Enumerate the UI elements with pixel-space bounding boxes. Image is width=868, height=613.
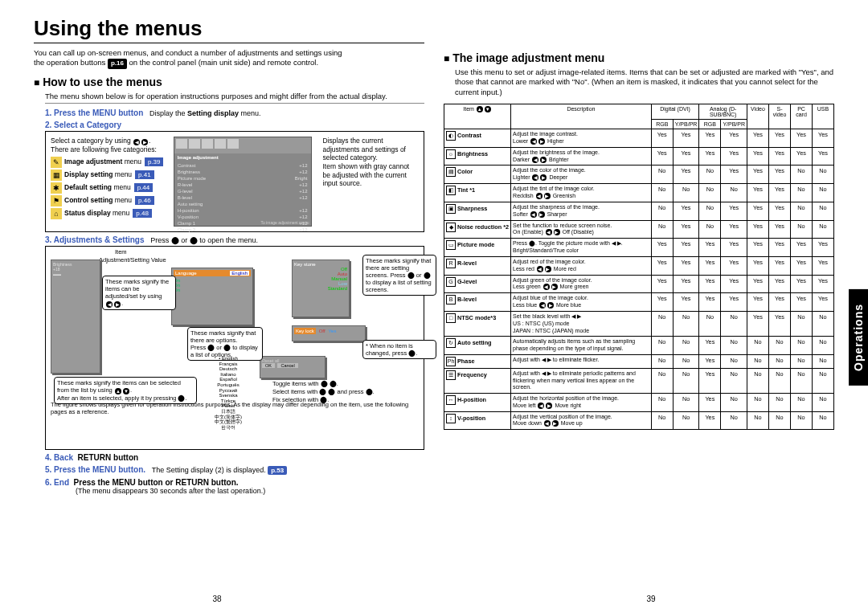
th-digital: Digital (DVI) bbox=[651, 104, 699, 120]
callout-setting: These marks signify that there are setti… bbox=[362, 255, 436, 296]
table-row: PhPhase Adjust with ◀ ▶ to eliminate fli… bbox=[444, 354, 834, 368]
category-item: ⚑Control setting menup.46 bbox=[51, 195, 167, 206]
item-icon: ↻ bbox=[446, 338, 456, 348]
toggle-instructions: Toggle items with ⬤ ⬤. Select items with… bbox=[272, 380, 375, 403]
panel-reset: Reset all OK Cancel bbox=[260, 356, 326, 378]
item-icon: G bbox=[446, 277, 456, 287]
cat-icon: ✱ bbox=[51, 182, 62, 194]
pageref-p16: p.16 bbox=[108, 59, 127, 68]
item-icon: ◧ bbox=[446, 186, 456, 195]
th-item: Item ▲▼ bbox=[444, 104, 511, 129]
th-analog: Analog (D-SUB/BNC) bbox=[699, 104, 747, 120]
table-row: ▭Picture mode Press ⬤. Toggle the pictur… bbox=[444, 239, 834, 257]
pageref: p.46 bbox=[135, 196, 154, 205]
category-item: ⌂Status display menup.48 bbox=[51, 208, 167, 219]
table-row: ☰Frequency Adjust with ◀ ▶ to eliminate … bbox=[444, 368, 834, 393]
th-desc: Description bbox=[511, 104, 652, 129]
lr-arrow-icons: ◀▶ bbox=[133, 137, 149, 145]
panel-left: Brightness+18▬▬ bbox=[51, 260, 100, 374]
item-icon: Ph bbox=[446, 357, 456, 366]
cat-intro2: There are following five categories: bbox=[51, 145, 157, 153]
table-row: ↔H-position Adjust the horizontal positi… bbox=[444, 394, 834, 412]
table-row: GG-level Adjust green of the image color… bbox=[444, 275, 834, 293]
category-item: ✎Image adjustment menup.39 bbox=[51, 157, 167, 168]
th-pccard: PC card bbox=[791, 104, 813, 129]
table-row: ↕V-position Adjust the vertical position… bbox=[444, 411, 834, 430]
cat-intro-text: Select a category by using bbox=[51, 137, 133, 145]
image-adj-heading: ■The image adjustment menu bbox=[444, 51, 834, 64]
table-row: ◐Contrast Adjust the image contrast.Lowe… bbox=[444, 129, 834, 148]
th-video: Video bbox=[747, 104, 769, 129]
step-4: 4. Back RETURN button bbox=[45, 453, 424, 462]
th-usb: USB bbox=[813, 104, 834, 129]
category-item: ▦Display setting menup.41 bbox=[51, 170, 167, 181]
item-icon: B bbox=[446, 295, 456, 304]
howto-heading: ■How to use the menus bbox=[34, 76, 424, 88]
pageref: p.39 bbox=[145, 157, 164, 166]
item-icon: ▤ bbox=[446, 167, 456, 177]
item-icon: ◐ bbox=[446, 131, 456, 141]
panel-keystone: Key stone Off Auto Manual Low Standard bbox=[292, 260, 350, 317]
item-icon: ↔ bbox=[446, 395, 456, 405]
howto-subtext: The menu shown below is for operation in… bbox=[45, 92, 424, 104]
item-icon: ☼ bbox=[446, 149, 456, 159]
item-icon: □ bbox=[446, 313, 456, 323]
side-tab-operations: Operations bbox=[849, 289, 868, 386]
language-list: • English Français Deutsch Italiano Espa… bbox=[200, 356, 256, 430]
table-row: ◧Tint *1 Adjust the tint of the image co… bbox=[444, 184, 834, 202]
category-item: ✱Default setting menup.44 bbox=[51, 182, 167, 194]
image-adj-table: Item ▲▼ Description Digital (DVI) Analog… bbox=[444, 104, 834, 430]
table-row: □NTSC mode*3 Set the black level with ◀ … bbox=[444, 312, 834, 337]
item-icon: ◆ bbox=[446, 223, 456, 232]
intro-text: You can call up on-screen menus, and con… bbox=[34, 48, 424, 69]
image-adj-intro: Use this menu to set or adjust image-rel… bbox=[455, 67, 834, 97]
table-row: ▤Color Adjust the color of the image.Lig… bbox=[444, 166, 834, 184]
adjustment-diagram: Item Adjustment/Setting Value Brightness… bbox=[45, 246, 424, 450]
callout-adjust: These marks signify the items can be adj… bbox=[102, 276, 176, 310]
table-row: ☼Brightness Adjust the brightness of the… bbox=[444, 147, 834, 166]
cat-icon: ✎ bbox=[51, 157, 62, 168]
page-title: Using the menus bbox=[34, 16, 424, 43]
item-icon: ↕ bbox=[446, 414, 456, 423]
table-row: ↻Auto setting Automatically adjusts item… bbox=[444, 337, 834, 355]
table-row: ▣Sharpness Adjust the sharpness of the i… bbox=[444, 202, 834, 220]
cat-icon: ⚑ bbox=[51, 195, 62, 206]
menu-screenshot: Image adjustment Contrast+12Brightness+1… bbox=[174, 137, 312, 227]
table-row: BB-level Adjust blue of the image color.… bbox=[444, 293, 834, 312]
pageref: p.44 bbox=[134, 183, 154, 192]
callout-list: These marks signify the items can be sel… bbox=[54, 377, 197, 404]
table-row: ◆Noise reduction *2 Set the function to … bbox=[444, 220, 834, 239]
item-icon: ☰ bbox=[446, 370, 456, 380]
step-5: 5. Press the MENU button. The Setting di… bbox=[45, 465, 424, 475]
callout-noitem: * When no item is changed, press ⬤. bbox=[362, 340, 436, 359]
item-icon: ▭ bbox=[446, 240, 456, 250]
panel-keylock: Key lock Off Yes bbox=[292, 325, 366, 341]
table-row: RR-level Adjust red of the image color.L… bbox=[444, 256, 834, 275]
menu-right-desc: Displays the current adjustments and set… bbox=[318, 137, 420, 227]
step-1: 1. Press the MENU button Display the Set… bbox=[45, 108, 424, 117]
category-box: Select a category by using ◀▶. There are… bbox=[45, 131, 424, 232]
step-2: 2. Select a Category bbox=[45, 121, 424, 129]
th-svideo: S-video bbox=[769, 104, 791, 129]
item-icon: ▣ bbox=[446, 204, 456, 214]
pageref: p.41 bbox=[135, 170, 154, 179]
item-icon: R bbox=[446, 259, 456, 268]
cat-icon: ▦ bbox=[51, 170, 62, 181]
page-numbers: 38 39 bbox=[0, 595, 868, 603]
cat-icon: ⌂ bbox=[51, 208, 62, 219]
step-6: 6. End Press the MENU button or RETURN b… bbox=[45, 478, 424, 495]
step-3: 3. Adjustments & Settings Press ⬤ or ⬤ t… bbox=[45, 235, 424, 244]
panel-language: LanguageEnglish On On On bbox=[171, 268, 253, 325]
pageref: p.48 bbox=[133, 209, 152, 218]
